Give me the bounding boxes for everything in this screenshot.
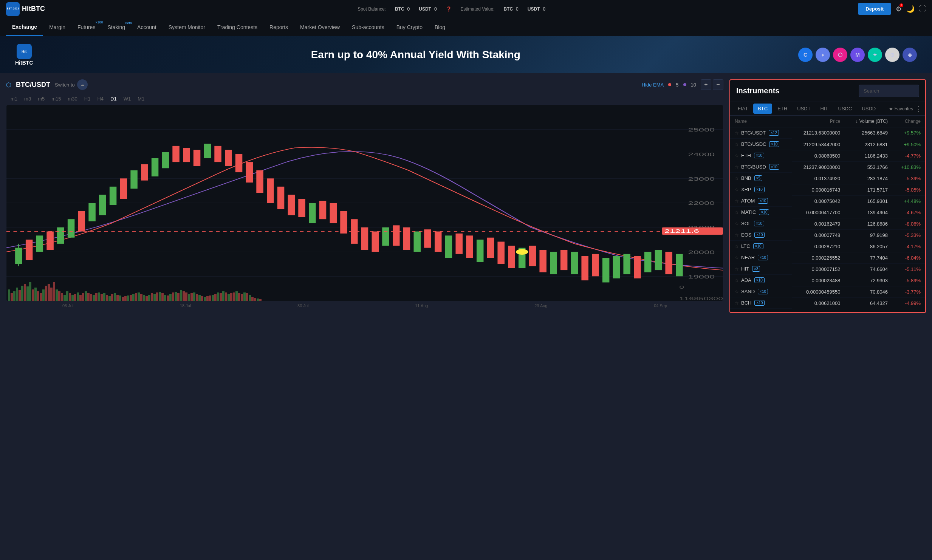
table-row[interactable]: ☆ BTC/EURS 21207.95000000 63.6611 +9.32%: [730, 309, 925, 312]
coin-icon-blue: ◈: [903, 48, 917, 62]
table-row[interactable]: ☆ SAND ×10 0.00000459550 70.8046 -3.77%: [730, 286, 925, 297]
filter-tab-btc[interactable]: BTC: [753, 104, 772, 114]
star-icon[interactable]: ☆: [735, 266, 739, 272]
svg-rect-42: [372, 232, 378, 252]
table-row[interactable]: ☆ ADA ×10 0.000023488 72.9303 -5.89%: [730, 275, 925, 286]
volume-cell: 70.8046: [845, 286, 892, 297]
table-row[interactable]: ☆ BTC/USDC ×10 21209.53442000 2312.6881 …: [730, 139, 925, 150]
table-row[interactable]: ☆ LTC ×10 0.00287210 86.2057 -4.17%: [730, 241, 925, 252]
nav-item-reports[interactable]: Reports: [263, 19, 294, 36]
help-icon[interactable]: ❓: [446, 6, 452, 12]
time-w1[interactable]: W1: [121, 94, 134, 103]
filter-tab-usdd[interactable]: USDD: [857, 104, 880, 114]
table-row[interactable]: ☆ BTC/BUSD ×10 21237.90000000 553.1766 +…: [730, 161, 925, 173]
nav-item-exchange[interactable]: Exchange: [6, 19, 43, 36]
star-icon[interactable]: ☆: [735, 176, 739, 181]
ema5-dot: [668, 83, 671, 86]
time-h4[interactable]: H4: [94, 94, 107, 103]
star-icon[interactable]: ☆: [735, 153, 739, 158]
nav-item-staking[interactable]: Staking Beta: [101, 19, 131, 36]
est-btc: BTC 0: [503, 6, 518, 12]
svg-rect-45: [403, 227, 410, 250]
zoom-in-button[interactable]: +: [701, 79, 711, 90]
nav-item-market-overview[interactable]: Market Overview: [294, 19, 346, 36]
star-icon[interactable]: ☆: [735, 210, 739, 215]
switch-to-area[interactable]: Switch to ☁: [55, 79, 88, 90]
settings-button[interactable]: ⚙ 1: [896, 5, 902, 13]
staking-banner[interactable]: Hit HitBTC Earn up to 40% Annual Yield W…: [0, 36, 932, 73]
star-icon[interactable]: ☆: [735, 221, 739, 226]
nav-item-buy-crypto[interactable]: Buy Crypto: [390, 19, 429, 36]
table-row[interactable]: ☆ SOL ×10 0.00162479 126.8686 -8.06%: [730, 218, 925, 229]
star-icon[interactable]: ☆: [735, 255, 739, 260]
leverage-badge: ×10: [769, 164, 779, 170]
star-icon[interactable]: ☆: [735, 232, 739, 238]
table-row[interactable]: ☆ EOS ×10 0.00007748 97.9198 -5.33%: [730, 229, 925, 241]
time-m30[interactable]: m30: [65, 94, 80, 103]
instrument-name-cell: ☆ BTC/BUSD ×10: [730, 161, 792, 173]
price-cell: 0.00287210: [792, 241, 845, 252]
star-icon[interactable]: ☆: [735, 187, 739, 192]
expand-button[interactable]: ⛶: [919, 5, 926, 13]
btc-label: BTC: [395, 6, 404, 12]
time-m15[interactable]: m15: [48, 94, 64, 103]
favorites-tab[interactable]: ★ Favorites: [889, 106, 913, 111]
zoom-out-button[interactable]: −: [713, 79, 723, 90]
table-row[interactable]: ☆ ETH ×10 0.08068500 1186.2433 -4.77%: [730, 150, 925, 161]
nav-item-trading-contests[interactable]: Trading Contests: [211, 19, 263, 36]
instrument-name-cell: ☆ SOL ×10: [730, 218, 792, 229]
star-icon[interactable]: ☆: [735, 300, 739, 306]
nav-item-sub-accounts[interactable]: Sub-accounts: [346, 19, 390, 36]
date-label-6: 04 Sep: [654, 303, 667, 308]
deposit-button[interactable]: Deposit: [858, 3, 891, 15]
volume-cell: 171.5717: [845, 184, 892, 195]
search-input[interactable]: [859, 85, 919, 97]
price-cell: 21213.63000000: [792, 127, 845, 139]
more-options-button[interactable]: ⋮: [915, 105, 922, 113]
time-h1[interactable]: H1: [81, 94, 94, 103]
star-icon[interactable]: ☆: [735, 312, 739, 312]
filter-tab-fiat[interactable]: FIAT: [733, 104, 752, 114]
col-volume[interactable]: ↓Volume (BTC): [845, 116, 892, 127]
time-m1[interactable]: m1: [8, 94, 20, 103]
filter-tab-eth[interactable]: ETH: [773, 104, 792, 114]
table-row[interactable]: ☆ BNB ×5 0.01374920 283.1874 -5.39%: [730, 173, 925, 184]
switch-icon: ☁: [77, 79, 88, 90]
svg-rect-54: [497, 242, 504, 264]
coin-icon-c: C: [798, 48, 813, 62]
filter-tab-usdc[interactable]: USDC: [834, 104, 857, 114]
star-icon[interactable]: ☆: [735, 130, 739, 136]
table-row[interactable]: ☆ MATIC ×10 0.00000417700 139.4904 -4.67…: [730, 207, 925, 218]
table-row[interactable]: ☆ BTC/USDT ×12 21213.63000000 25663.6849…: [730, 127, 925, 139]
hide-ema-button[interactable]: Hide EMA: [642, 82, 664, 88]
table-row[interactable]: ☆ NEAR ×10 0.000225552 77.7404 -6.04%: [730, 252, 925, 263]
time-d1[interactable]: D1: [107, 94, 120, 103]
theme-toggle-button[interactable]: 🌙: [906, 5, 915, 13]
star-icon[interactable]: ☆: [735, 244, 739, 249]
nav-item-account[interactable]: Account: [131, 19, 163, 36]
volume-cell: 25663.6849: [845, 127, 892, 139]
time-m1-big[interactable]: M1: [135, 94, 147, 103]
time-m3[interactable]: m3: [21, 94, 34, 103]
star-icon[interactable]: ☆: [735, 278, 739, 283]
nav-item-futures[interactable]: Futures ×100: [71, 19, 101, 36]
filter-tab-usdt[interactable]: USDT: [793, 104, 815, 114]
svg-rect-12: [57, 227, 64, 244]
time-m5[interactable]: m5: [35, 94, 48, 103]
star-icon[interactable]: ☆: [735, 164, 739, 170]
table-row[interactable]: ☆ BCH ×10 0.00621000 64.4327 -4.99%: [730, 297, 925, 309]
filter-tab-hit[interactable]: HIT: [816, 104, 833, 114]
switch-to-label: Switch to: [55, 82, 75, 88]
nav-item-margin[interactable]: Margin: [43, 19, 71, 36]
nav-item-blog[interactable]: Blog: [429, 19, 451, 36]
svg-text:20000: 20000: [688, 250, 715, 255]
star-icon[interactable]: ☆: [735, 198, 739, 204]
table-row[interactable]: ☆ XRP ×10 0.000016743 171.5717 -5.05%: [730, 184, 925, 195]
star-icon[interactable]: ☆: [735, 289, 739, 294]
banner-coin-icons: C ♦ ⬡ M ✦ ⊙ ◈: [798, 48, 917, 62]
star-icon[interactable]: ☆: [735, 142, 739, 147]
table-row[interactable]: ☆ HIT ×3 0.000007152 74.6604 -5.11%: [730, 263, 925, 275]
table-row[interactable]: ☆ ATOM ×10 0.00075042 165.9301 +4.48%: [730, 195, 925, 207]
date-label-4: 11 Aug: [415, 303, 428, 308]
nav-item-system-monitor[interactable]: System Monitor: [163, 19, 211, 36]
